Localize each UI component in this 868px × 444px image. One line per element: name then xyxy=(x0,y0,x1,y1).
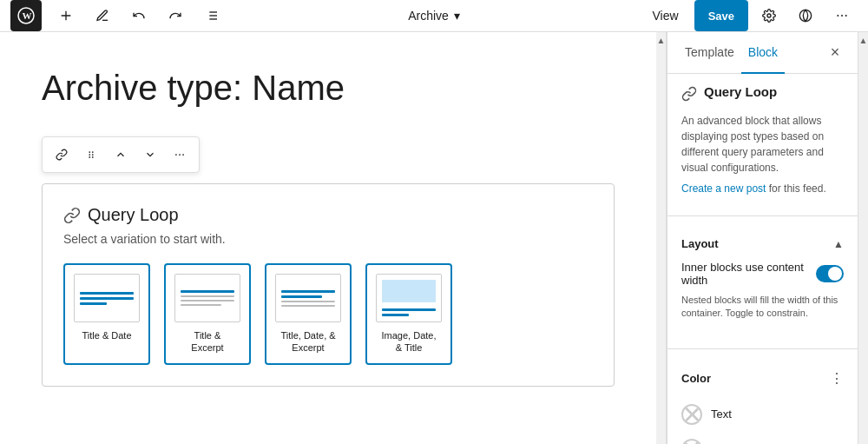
text-color-label: Text xyxy=(711,408,732,421)
variation-label-1: Title & Date xyxy=(82,329,131,341)
color-more-button[interactable]: ⋮ xyxy=(830,370,844,387)
list-view-button[interactable] xyxy=(196,0,227,31)
query-loop-icon xyxy=(63,207,81,224)
svg-point-18 xyxy=(92,156,94,158)
variation-cards: Title & Date Title &Excerpt xyxy=(63,263,593,365)
toggle-label: Inner blocks use content width xyxy=(681,261,816,287)
svg-point-11 xyxy=(841,15,843,17)
layout-collapse-icon: ▲ xyxy=(833,238,844,250)
panel-block-name: Query Loop xyxy=(704,84,777,99)
svg-point-14 xyxy=(92,151,94,153)
panel-tabs: Template Block × xyxy=(667,32,858,74)
toolbar: W Archive ▾ View Save xyxy=(0,0,868,32)
redo-button[interactable] xyxy=(160,0,191,31)
panel-block-desc: An advanced block that allows displaying… xyxy=(681,113,844,176)
svg-point-13 xyxy=(89,151,90,153)
inner-blocks-toggle[interactable] xyxy=(816,265,844,282)
page-title: Archive type: Name xyxy=(42,67,615,109)
wp-logo[interactable]: W xyxy=(10,0,42,31)
panel-divider-1 xyxy=(667,215,858,216)
svg-point-12 xyxy=(845,15,847,17)
toolbar-center: Archive ▾ xyxy=(399,3,469,28)
right-panel: Template Block × Query Loop An advanced … xyxy=(667,32,858,444)
color-section-title: Color xyxy=(681,372,711,385)
query-loop-title: Query Loop xyxy=(88,205,179,225)
toggle-row: Inner blocks use content width xyxy=(681,261,844,287)
panel-create-text: Create a new post for this feed. xyxy=(681,182,844,195)
svg-point-19 xyxy=(175,154,177,156)
block-move-down-button[interactable] xyxy=(136,141,164,169)
toggle-knob xyxy=(828,267,842,281)
card-preview-2 xyxy=(174,274,240,322)
color-section-header: Color ⋮ xyxy=(681,360,844,397)
layout-section-header[interactable]: Layout ▲ xyxy=(681,227,844,261)
layout-section: Layout ▲ Inner blocks use content width … xyxy=(667,227,858,338)
color-background-item: Background xyxy=(681,432,844,444)
panel-block-icon xyxy=(681,84,697,105)
panel-close-button[interactable]: × xyxy=(823,41,847,65)
card-preview-4 xyxy=(376,274,442,322)
text-color-swatch[interactable] xyxy=(681,404,702,425)
variation-card-title-date[interactable]: Title & Date xyxy=(63,263,150,365)
svg-point-8 xyxy=(767,14,771,17)
color-text-item: Text xyxy=(681,397,844,432)
right-scroll-bar: ▲ ▼ xyxy=(858,32,868,444)
settings-button[interactable] xyxy=(753,0,785,31)
variation-label-3: Title, Date, &Excerpt xyxy=(280,329,335,355)
right-scroll-up-arrow[interactable]: ▲ xyxy=(858,34,868,47)
variation-label-2: Title &Excerpt xyxy=(191,329,223,355)
card-preview-3 xyxy=(275,274,341,322)
block-more-button[interactable] xyxy=(166,141,194,169)
more-options-button[interactable] xyxy=(826,0,858,31)
layout-section-title: Layout xyxy=(681,237,719,250)
panel-content: Query Loop An advanced block that allows… xyxy=(667,74,858,205)
save-button[interactable]: Save xyxy=(694,0,748,31)
svg-point-15 xyxy=(89,154,90,156)
appearance-button[interactable] xyxy=(790,0,821,31)
color-section: Color ⋮ Text Background xyxy=(667,360,858,444)
editor-wrapper: Archive type: Name Query Loop xyxy=(0,32,868,444)
tab-template[interactable]: Template xyxy=(678,32,741,74)
undo-button[interactable] xyxy=(123,0,155,31)
variation-card-title-excerpt[interactable]: Title &Excerpt xyxy=(164,263,251,365)
block-info-header: Query Loop xyxy=(681,84,844,106)
scroll-up-arrow[interactable]: ▲ xyxy=(655,34,667,47)
toolbar-left: W xyxy=(10,0,227,31)
svg-point-20 xyxy=(179,154,181,156)
background-color-swatch[interactable] xyxy=(681,439,702,444)
create-new-post-link[interactable]: Create a new post xyxy=(681,182,766,195)
query-loop-subtitle: Select a variation to start with. xyxy=(63,232,593,246)
query-loop-block: Query Loop Select a variation to start w… xyxy=(42,183,615,387)
variation-label-4: Image, Date,& Title xyxy=(382,329,437,355)
panel-divider-2 xyxy=(667,348,858,349)
variation-card-title-date-excerpt[interactable]: Title, Date, &Excerpt xyxy=(265,263,352,365)
block-drag-button[interactable] xyxy=(77,141,105,169)
block-move-button[interactable] xyxy=(107,141,135,169)
svg-point-16 xyxy=(92,154,94,156)
variation-card-image-date-title[interactable]: Image, Date,& Title xyxy=(365,263,452,365)
block-controls-toolbar xyxy=(42,136,200,173)
card-preview-1 xyxy=(74,274,140,322)
svg-point-10 xyxy=(837,15,838,17)
svg-text:W: W xyxy=(23,10,32,21)
query-loop-header: Query Loop xyxy=(63,205,593,225)
add-block-button[interactable] xyxy=(50,0,82,31)
block-link-button[interactable] xyxy=(48,141,76,169)
archive-title-button[interactable]: Archive ▾ xyxy=(399,3,469,28)
left-scroll-bar: ▲ ▼ xyxy=(656,32,667,444)
view-button[interactable]: View xyxy=(642,0,689,31)
editor-canvas: Archive type: Name Query Loop xyxy=(0,32,656,444)
svg-point-17 xyxy=(89,156,90,158)
tools-button[interactable] xyxy=(87,0,118,31)
toggle-hint: Nested blocks will fill the width of thi… xyxy=(681,294,844,321)
archive-chevron-icon: ▾ xyxy=(454,9,460,23)
archive-label: Archive xyxy=(408,9,449,23)
svg-point-9 xyxy=(799,10,811,21)
tab-block[interactable]: Block xyxy=(741,32,785,74)
toolbar-right: View Save xyxy=(642,0,858,31)
svg-point-21 xyxy=(182,154,184,156)
